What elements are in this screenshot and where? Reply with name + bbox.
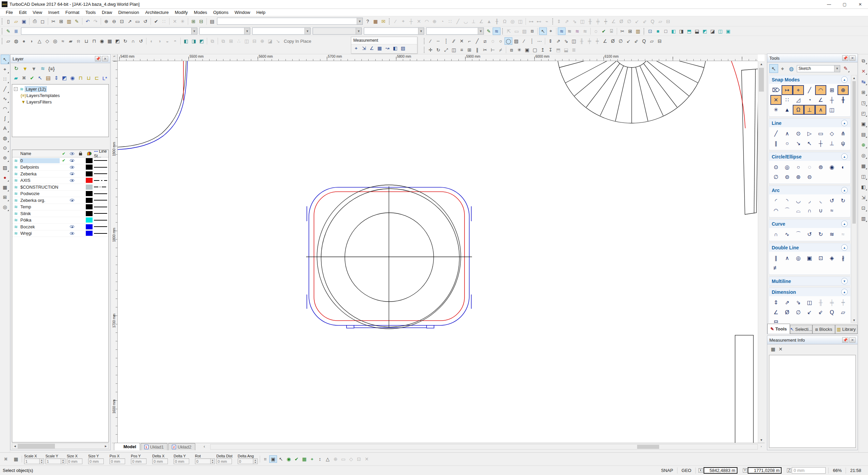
toolbar-handle[interactable] [643, 28, 645, 35]
dim-quick[interactable]: Q [649, 18, 656, 25]
expand-chevron-icon[interactable]: ▼ [841, 278, 848, 284]
spiral-cw[interactable]: ↺ [804, 229, 815, 239]
snap-plane[interactable]: ◫ [826, 105, 837, 115]
view-left[interactable]: ◧ [670, 27, 677, 35]
view-top[interactable]: ⬒ [685, 27, 693, 35]
paste-2[interactable]: ▥ [634, 27, 642, 35]
chevron-down-icon[interactable]: ▼ [304, 28, 310, 34]
link-a[interactable]: ⊶ [527, 18, 535, 25]
rename-layers[interactable]: L* [101, 74, 109, 82]
view-iso[interactable]: ⊡ [646, 27, 654, 35]
mod-circle-a[interactable]: ◌ [489, 37, 497, 45]
layer-row[interactable]: ≋ Półka ✔ [12, 217, 108, 224]
rs-erase[interactable]: ✕ [860, 67, 868, 75]
menu-item[interactable]: Modify [172, 9, 191, 16]
mod-shell[interactable]: ∕ [427, 37, 434, 45]
copy-2[interactable]: ⊞ [626, 27, 634, 35]
prism[interactable]: ◇ [43, 37, 51, 45]
layer-color-swatch[interactable] [84, 191, 94, 196]
tools-panel-scrollbar[interactable]: ▲ ▼ [851, 75, 857, 323]
grp-order[interactable]: ≣ [570, 46, 578, 54]
arc-3-2-1[interactable]: ↺ [826, 196, 837, 206]
view-bottom[interactable]: ⬓ [693, 27, 701, 35]
sheet-tab[interactable]: 1 Układ1 [141, 443, 167, 450]
wedge[interactable]: ▰ [67, 37, 75, 45]
frame-section-drawing[interactable] [306, 185, 472, 329]
sheet-tab[interactable]: 2 Układ2 [168, 443, 195, 450]
point-tool[interactable]: ∷ [1, 74, 9, 84]
snap-quadrant[interactable]: ◔ [438, 18, 446, 25]
collapse-chevron-icon[interactable]: ▲ [841, 120, 848, 126]
insert-block[interactable]: ⊞ [190, 18, 197, 25]
layer-name[interactable]: $CONSTRUCTION [20, 185, 60, 190]
circle-concentric[interactable]: ◎ [782, 162, 793, 172]
inspector-input[interactable]: 0 mm [152, 458, 168, 464]
dim-ang[interactable]: ∠ [601, 37, 609, 45]
layer-linestyle[interactable] [94, 193, 108, 194]
red-guide-arc[interactable] [731, 61, 745, 128]
layer-row[interactable]: ≋ $CONSTRUCTION ✔ [12, 184, 108, 191]
cut-2[interactable]: ✂ [618, 27, 626, 35]
panel-tab[interactable]: ⧈ Blocks [812, 325, 835, 334]
new-layer[interactable]: ▰ [12, 74, 20, 82]
rs-corner[interactable]: ◰ [860, 109, 868, 117]
measure-distance[interactable]: ⇲ [360, 44, 368, 52]
refresh-layers[interactable]: ↻ [12, 64, 21, 73]
copy-vector[interactable]: ⊕ [258, 37, 266, 45]
layer-active-check[interactable]: ✔ [60, 158, 68, 163]
cylinder-cap[interactable]: ⊓ [90, 37, 98, 45]
layer-row[interactable]: ≋ Boczek ✔ [12, 224, 108, 230]
snap-bisector[interactable]: ∧ [815, 105, 826, 115]
dim-quick-a[interactable]: ⇗ [554, 37, 562, 45]
snap-grid[interactable]: ∷ [446, 18, 454, 25]
snap-tangent[interactable]: ◡ [462, 18, 470, 25]
double-parallel[interactable]: ≢ [770, 263, 782, 273]
polyline-tool[interactable]: ∿ [1, 94, 9, 103]
mod-meet[interactable]: ⌐ [466, 37, 473, 45]
dim-aligned[interactable]: ⇗ [563, 18, 571, 25]
ellipse[interactable]: ⊜ [782, 172, 793, 182]
arc-fixed-ratio[interactable]: ≈ [826, 206, 837, 215]
snap-tangent[interactable]: ∠ [815, 95, 826, 105]
layer-name[interactable]: Wręgi [20, 231, 60, 236]
layer-name[interactable]: Defpoints [20, 165, 60, 170]
close-icon[interactable]: ✕ [849, 55, 855, 61]
mod-circle-c[interactable]: ◯ [505, 37, 512, 45]
fill-tool[interactable]: ◍ [1, 133, 9, 143]
grp-back[interactable]: ⬓ [562, 46, 570, 54]
perpendicular-to[interactable]: ⊥ [826, 138, 837, 148]
layer-row[interactable]: ≋ Defpoints ✔ [12, 164, 108, 171]
double-rotated[interactable]: ◈ [826, 253, 837, 263]
chevron-down-icon[interactable]: ▼ [244, 28, 250, 34]
dim-dia[interactable]: ∅ [617, 37, 625, 45]
blade-drawing[interactable] [742, 69, 758, 214]
zoom-previous[interactable]: ↺ [141, 18, 149, 25]
measure-angle[interactable]: ∠ [368, 44, 376, 52]
spiral-30[interactable]: ↺ [137, 37, 145, 45]
rotated-ellipse[interactable]: ⊛ [793, 172, 804, 182]
snap-middle[interactable]: ┼ [407, 18, 415, 25]
dim-incr[interactable]: ┿ [593, 37, 601, 45]
lineweight-combo[interactable]: ▼ [313, 27, 362, 35]
layer-color-swatch[interactable] [84, 204, 94, 209]
format-painter[interactable]: ✎ [73, 18, 81, 25]
menu-item[interactable]: Draw [99, 9, 115, 16]
xf-mirror[interactable]: ◫ [450, 46, 458, 54]
lock-c[interactable]: ⊏ [93, 74, 101, 82]
snap-aperture[interactable]: ◎ [509, 18, 516, 25]
extrude[interactable]: ≈ [59, 37, 67, 45]
scroll-right-icon[interactable]: ► [103, 444, 108, 449]
close-icon[interactable]: ✕ [102, 56, 108, 61]
dim-angular[interactable]: ∠ [610, 18, 617, 25]
inspector-input[interactable]: 1 [24, 458, 40, 464]
menu-item[interactable]: Window [232, 9, 253, 16]
layers-used[interactable]: ≋ [573, 27, 581, 35]
layer-row[interactable]: ≋ 0 ✔ [12, 157, 108, 164]
search-combo[interactable]: ▼ [217, 18, 363, 25]
arc-start-end[interactable]: ⌓ [793, 206, 804, 215]
toolbar-handle[interactable] [423, 46, 425, 53]
plane-3d[interactable]: ◩ [114, 37, 121, 45]
arc-center-radius[interactable]: ◜ [770, 196, 782, 206]
scroll-up-icon[interactable]: ▲ [758, 61, 765, 67]
layer-color-swatch[interactable] [84, 198, 94, 203]
